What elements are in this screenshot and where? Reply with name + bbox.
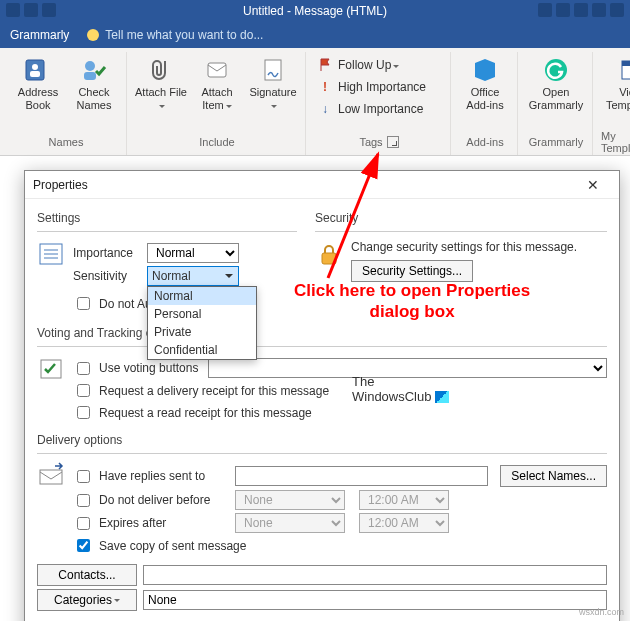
flag-icon [318,58,332,72]
do-not-deliver-before-checkbox[interactable] [77,494,90,507]
settings-icon [37,240,65,268]
grammarly-icon [541,56,571,84]
arrow-down-icon: ↓ [318,102,332,116]
group-label-names: Names [49,132,84,152]
view-templates-label: View Templates [601,86,630,111]
check-names-icon [79,56,109,84]
low-importance-button[interactable]: ↓ Low Importance [314,100,444,118]
address-book-button[interactable]: Address Book [12,52,64,111]
dialog-close-button[interactable]: ✕ [575,177,611,193]
tab-grammarly[interactable]: Grammarly [10,28,69,42]
high-importance-button[interactable]: ! High Importance [314,78,444,96]
have-replies-input[interactable] [235,466,488,486]
tags-dialog-launcher[interactable] [387,136,399,148]
categories-input[interactable] [143,590,607,610]
exclamation-icon: ! [318,80,332,94]
group-label-mytemplates: My Templates [601,132,630,152]
dialog-title: Properties [33,178,88,192]
attach-item-label: Attach Item [191,86,243,111]
delivery-heading: Delivery options [37,433,607,447]
read-receipt-checkbox[interactable] [77,406,90,419]
delivery-icon [37,462,65,490]
qat-icon-5[interactable] [610,3,624,17]
office-addins-icon [470,56,500,84]
group-label-addins: Add-ins [466,132,503,152]
expires-date-select[interactable]: None [235,513,345,533]
sensitivity-option-normal[interactable]: Normal [148,287,256,305]
contacts-button[interactable]: Contacts... [37,564,137,586]
categories-button[interactable]: Categories [37,589,137,611]
ribbon-tabstrip: Grammarly Tell me what you want to do... [0,22,630,48]
deliver-date-select[interactable]: None [235,490,345,510]
select-names-button[interactable]: Select Names... [500,465,607,487]
qat-undo-icon[interactable] [24,3,38,17]
svg-rect-2 [30,71,40,77]
group-label-include: Include [199,132,234,152]
importance-label: Importance [73,246,141,260]
ribbon-group-include: Attach File Attach Item Signature Includ… [129,52,306,155]
ribbon-group-mytemplates: View Templates My Templates [595,52,630,155]
save-copy-checkbox[interactable] [77,539,90,552]
read-receipt-label: Request a read receipt for this message [99,406,312,420]
tell-me-search[interactable]: Tell me what you want to do... [87,28,263,42]
address-book-icon [23,56,53,84]
tell-me-placeholder: Tell me what you want to do... [105,28,263,42]
open-grammarly-button[interactable]: Open Grammarly [526,52,586,111]
ribbon: Address Book Check Names Names Attach Fi… [0,48,630,156]
settings-section: Settings Importance Normal Sensitivity N… [37,207,297,316]
check-names-button[interactable]: Check Names [68,52,120,111]
source-credit: wsxdn.com [579,607,624,617]
signature-button[interactable]: Signature [247,52,299,111]
security-settings-button[interactable]: Security Settings... [351,260,473,282]
qat-icon-1[interactable] [538,3,552,17]
save-copy-label: Save copy of sent message [99,539,246,553]
properties-dialog: Properties ✕ Settings Importance Normal … [24,170,620,621]
attach-item-icon [202,56,232,84]
dialog-titlebar: Properties ✕ [25,171,619,199]
use-voting-buttons-checkbox[interactable] [77,362,90,375]
svg-rect-4 [84,72,96,80]
lightbulb-icon [87,29,99,41]
voting-buttons-select[interactable] [208,358,607,378]
do-not-deliver-before-label: Do not deliver before [99,493,229,507]
check-names-label: Check Names [68,86,120,111]
sensitivity-option-personal[interactable]: Personal [148,305,256,323]
svg-point-3 [85,61,95,71]
delivery-receipt-label: Request a delivery receipt for this mess… [99,384,329,398]
contacts-input[interactable] [143,565,607,585]
deliver-time-select[interactable]: 12:00 AM [359,490,449,510]
attach-item-button[interactable]: Attach Item [191,52,243,111]
qat-redo-icon[interactable] [42,3,56,17]
qat-icon-3[interactable] [574,3,588,17]
lock-icon [315,240,343,268]
svg-rect-6 [265,60,281,80]
sensitivity-select[interactable]: Normal Normal Personal Private Confident… [147,266,239,286]
sensitivity-option-private[interactable]: Private [148,323,256,341]
open-grammarly-label: Open Grammarly [526,86,586,111]
security-heading: Security [315,211,607,225]
do-not-autoarchive-checkbox[interactable] [77,297,90,310]
sensitivity-option-confidential[interactable]: Confidential [148,341,256,359]
attach-file-button[interactable]: Attach File [135,52,187,111]
follow-up-button[interactable]: Follow Up [314,56,444,74]
low-importance-label: Low Importance [338,102,423,116]
expires-time-select[interactable]: 12:00 AM [359,513,449,533]
qat-icon-4[interactable] [592,3,606,17]
signature-icon [258,56,288,84]
office-addins-button[interactable]: Office Add-ins [459,52,511,111]
ribbon-group-grammarly: Open Grammarly Grammarly [520,52,593,155]
expires-after-checkbox[interactable] [77,517,90,530]
qat-save-icon[interactable] [6,3,20,17]
svg-point-1 [32,64,38,70]
qat-icon-2[interactable] [556,3,570,17]
delivery-receipt-checkbox[interactable] [77,384,90,397]
templates-icon [616,56,630,84]
follow-up-label: Follow Up [338,58,399,72]
importance-select[interactable]: Normal [147,243,239,263]
paperclip-icon [146,56,176,84]
have-replies-checkbox[interactable] [77,470,90,483]
voting-heading: Voting and Tracking options [37,326,607,340]
view-templates-button[interactable]: View Templates [601,52,630,111]
window-title: Untitled - Message (HTML) [243,4,387,18]
security-section: Security Change security settings for th… [315,207,607,316]
